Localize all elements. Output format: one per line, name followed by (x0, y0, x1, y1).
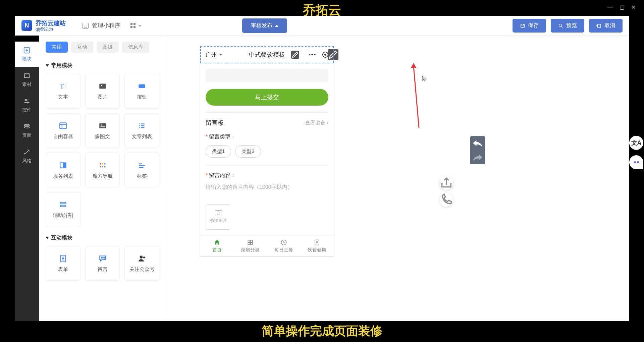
share-icon (440, 176, 453, 190)
nav-menu[interactable]: 菜谱分类 (234, 235, 267, 256)
module-comment[interactable]: 留言 (85, 246, 120, 281)
svg-rect-52 (248, 240, 250, 242)
nav-home[interactable]: 首页 (200, 235, 234, 256)
home-icon (214, 239, 220, 246)
svg-point-31 (100, 163, 101, 164)
search-input[interactable] (206, 69, 328, 82)
svg-point-11 (27, 102, 29, 103)
image-icon (98, 82, 107, 91)
svg-rect-7 (24, 74, 30, 78)
add-image-button[interactable]: 添加图片 (206, 204, 231, 230)
sliders-icon (23, 98, 31, 105)
phone-title: 中式餐饮模板 (249, 51, 285, 59)
logo-icon: N (21, 20, 32, 31)
svg-point-46 (101, 258, 102, 258)
svg-rect-29 (60, 163, 63, 168)
phone-header[interactable]: 广州 中式餐饮模板 ••• (200, 46, 334, 63)
module-article-list[interactable]: 文章列表 (124, 113, 159, 148)
svg-rect-22 (100, 126, 105, 127)
module-button[interactable]: 按钮 (124, 74, 159, 109)
module-service-list[interactable]: 服务列表 (46, 153, 80, 187)
svg-rect-53 (251, 240, 253, 242)
share-float-button[interactable] (440, 176, 453, 190)
logo-subtitle: qty592.cn (36, 27, 66, 32)
rail-assets[interactable]: 素材 (15, 67, 39, 93)
module-image[interactable]: 图片 (85, 74, 120, 109)
tab-interact[interactable]: 互动 (71, 42, 93, 53)
editor-canvas: 广州 中式餐饮模板 ••• 马上提交 留言板 查看留言 › *留言类型： (166, 36, 629, 321)
camera-icon (215, 210, 222, 216)
assistant-icon (634, 161, 639, 163)
section-common: 常用模块 (46, 62, 159, 69)
rail-style[interactable]: 风格 (15, 144, 39, 169)
pencil-icon (291, 51, 299, 59)
more-icon[interactable]: ••• (309, 52, 316, 58)
svg-point-48 (104, 258, 105, 258)
maximize-icon[interactable]: ▢ (620, 4, 625, 10)
module-wechat-follow[interactable]: 关注公众号 (124, 246, 159, 281)
redo-button[interactable] (470, 150, 485, 164)
module-divider[interactable]: 辅助分割 (46, 192, 80, 227)
city-selector[interactable]: 广州 (206, 51, 222, 59)
text-icon: TT (59, 82, 67, 91)
rail-modules[interactable]: 模块 (15, 42, 39, 67)
phone-bottom-nav: 首页 菜谱分类 每日三餐 饮食健康 (200, 235, 334, 256)
svg-rect-14 (99, 84, 106, 89)
phone-float-button[interactable] (440, 193, 453, 207)
close-icon[interactable]: ✕ (631, 4, 636, 10)
nav-health[interactable]: 饮食健康 (301, 235, 334, 256)
svg-point-34 (100, 166, 101, 167)
svg-rect-30 (64, 163, 66, 168)
svg-point-47 (103, 258, 103, 258)
message-content-input[interactable]: 请输入您的留言内容（1000字以内） (206, 184, 328, 191)
module-imgtxt[interactable]: 多图文 (85, 113, 120, 148)
nav-daily[interactable]: 每日三餐 (267, 235, 301, 256)
cancel-icon (596, 23, 602, 28)
undo-button[interactable] (470, 136, 485, 150)
logo-title: 乔拓云建站 (36, 20, 66, 27)
save-button[interactable]: 保存 (513, 19, 546, 33)
manage-miniprogram[interactable]: 管理小程序 (83, 22, 120, 30)
apps-dropdown[interactable] (130, 23, 142, 28)
logo[interactable]: N 乔拓云建站 qty592.cn (21, 20, 66, 32)
assistant-button[interactable] (629, 155, 643, 169)
view-messages-link[interactable]: 查看留言 › (305, 120, 328, 126)
user-plus-icon (138, 254, 146, 263)
tab-advanced[interactable]: 高级 (97, 42, 119, 53)
tab-common[interactable]: 常用 (46, 42, 68, 53)
preview-button[interactable]: 预览 (551, 19, 584, 33)
edit-title-button[interactable] (291, 51, 299, 59)
tab-infolib[interactable]: 信息库 (122, 42, 149, 53)
module-text[interactable]: TT文本 (46, 74, 80, 109)
caret-up-icon (275, 25, 278, 27)
chart-icon (83, 23, 89, 29)
submit-button[interactable]: 马上提交 (206, 89, 328, 106)
module-form[interactable]: 表单 (46, 246, 80, 281)
translate-icon: 文A (631, 139, 642, 147)
minimize-icon[interactable]: — (607, 4, 613, 10)
type-chip-1[interactable]: 类型1 (206, 145, 231, 158)
type-chip-2[interactable]: 类型2 (235, 145, 261, 158)
message-content-label: *留言内容： (206, 172, 328, 179)
svg-rect-3 (597, 24, 600, 27)
cancel-button[interactable]: 取消 (589, 19, 623, 33)
rail-controls[interactable]: 控件 (15, 93, 39, 118)
grid-icon (247, 239, 254, 246)
bottom-banner: 简单操作完成页面装修 (262, 323, 382, 339)
svg-rect-12 (24, 125, 30, 126)
caret-down-icon (46, 237, 49, 239)
module-magic-nav[interactable]: 魔方导航 (85, 153, 120, 187)
svg-rect-41 (60, 206, 66, 207)
module-free-container[interactable]: 自由容器 (46, 113, 80, 148)
chevron-down-icon (219, 54, 222, 56)
svg-rect-40 (60, 203, 66, 204)
service-icon (59, 161, 67, 170)
target-icon[interactable] (322, 52, 328, 58)
translate-button[interactable]: 文A (629, 136, 643, 150)
review-publish-button[interactable]: 审核发布 (242, 18, 287, 33)
left-rail: 模块 素材 控件 页面 风格 (15, 36, 39, 321)
module-tags[interactable]: 标签 (124, 153, 159, 187)
imgtxt-icon (98, 121, 107, 130)
rail-pages[interactable]: 页面 (15, 118, 39, 144)
apps-icon (130, 23, 136, 28)
